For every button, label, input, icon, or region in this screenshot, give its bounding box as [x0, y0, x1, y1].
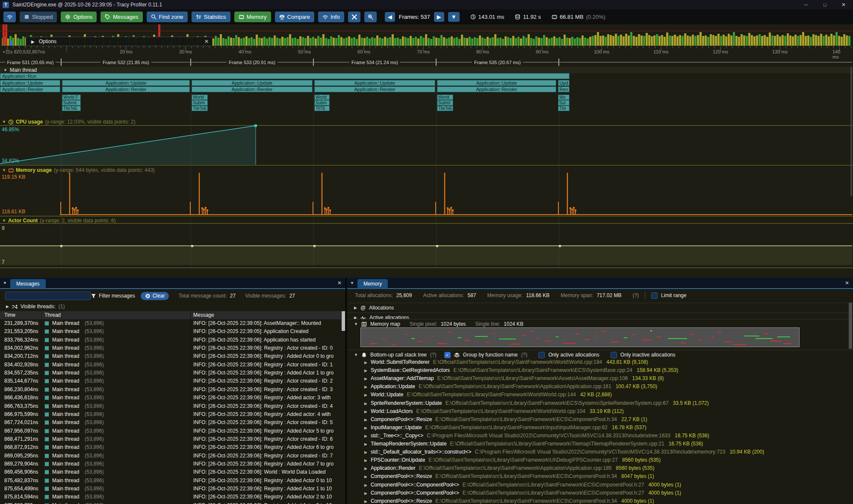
expand-icon[interactable]: ▶ [364, 377, 367, 381]
frame-bar[interactable] [353, 37, 355, 46]
help-mark[interactable]: (?) [430, 352, 437, 358]
zone-tile[interactable]: Tile [558, 106, 570, 111]
frame-bar[interactable] [818, 36, 820, 46]
frame-bar[interactable] [366, 37, 368, 46]
frame-bar[interactable] [599, 36, 602, 46]
frame-bar[interactable] [415, 37, 417, 46]
frame-bar[interactable] [253, 39, 255, 46]
frame-bar[interactable] [761, 36, 763, 46]
frame-bar[interactable] [787, 33, 789, 46]
frame-bar[interactable] [835, 32, 838, 46]
frame-bar[interactable] [625, 34, 627, 46]
frame-bar[interactable] [320, 38, 322, 46]
play-icon[interactable]: ▶ [31, 39, 35, 44]
frame-bar[interactable] [812, 34, 815, 46]
expand-icon[interactable]: ▶ [6, 304, 9, 309]
callstack-entry[interactable]: ▶ComponentPool<>::ComponentPool<>E:\Offi… [364, 482, 848, 490]
frame-bar[interactable] [499, 38, 502, 46]
expand-icon[interactable]: ▶ [364, 385, 367, 389]
clear-button[interactable]: Clear [141, 292, 169, 300]
callstack-entry[interactable]: ▶SpriteRendererSystem::UpdateE:\Official… [364, 400, 848, 408]
expand-icon[interactable]: ▶ [364, 401, 367, 406]
frame-bar[interactable] [517, 37, 519, 46]
callstack-entry[interactable]: ▶std::_Tree<>::_Copy<>C:\Program Files\M… [364, 433, 848, 441]
message-row[interactable]: 835,144,677nsMain thread(53,896)INFO: [2… [0, 377, 341, 385]
frame-bar[interactable] [307, 36, 309, 46]
frame-bar[interactable] [510, 38, 512, 46]
frame-bar[interactable] [638, 34, 640, 46]
frame-bar[interactable] [263, 37, 266, 46]
frame-bar[interactable] [369, 38, 371, 46]
frame-bar[interactable] [425, 34, 427, 46]
frame-bar[interactable] [697, 35, 699, 46]
frame-bar[interactable] [453, 38, 455, 46]
message-row[interactable]: 834,002,962nsMain thread(53,896)INFO: [2… [0, 344, 341, 352]
frame-bar[interactable] [646, 33, 648, 46]
frame-bar[interactable] [317, 36, 319, 46]
frame-bar[interactable] [669, 35, 671, 46]
frame-bar[interactable] [505, 36, 507, 46]
frame-bar[interactable] [497, 38, 499, 46]
frame-bar[interactable] [633, 36, 635, 46]
maximize-icon[interactable]: □ [815, 0, 834, 9]
zone-submit[interactable]: Submit [62, 100, 81, 106]
frame-bar[interactable] [825, 35, 827, 46]
frame-bar[interactable] [543, 35, 545, 46]
frame-bar[interactable] [274, 35, 276, 46]
frame-span[interactable]: Frame 532 (21.85 ms) [61, 59, 191, 66]
frame-bar[interactable] [689, 36, 691, 46]
filter-input[interactable] [5, 292, 91, 300]
zone-tiletee[interactable]: TileTeE [62, 106, 81, 111]
options-popup[interactable]: ▶ Options ✕ [26, 37, 213, 46]
visible-threads-row[interactable]: ▶ Visible threads: (1) [6, 303, 65, 310]
stopped-button[interactable]: Stopped [20, 12, 57, 22]
frame-bar[interactable] [556, 38, 558, 46]
collapse-icon[interactable]: ▼ [3, 281, 7, 285]
expand-icon[interactable]: ▶ [364, 360, 367, 365]
frame-bar[interactable] [304, 38, 307, 46]
frame-bar[interactable] [615, 34, 617, 46]
frame-bar[interactable] [810, 37, 812, 46]
frame-bar[interactable] [220, 34, 222, 46]
frame-bar[interactable] [841, 37, 843, 46]
plot-header-cpu-usage[interactable]: ▼CPU usage(y-range: 12.03%, visible data… [2, 119, 136, 125]
frame-bar[interactable] [325, 38, 327, 46]
zone-world[interactable]: World [314, 94, 330, 100]
frame-bar[interactable] [569, 38, 571, 46]
frame-bar[interactable] [515, 38, 517, 46]
callstack-entry[interactable]: ▶FPSCounter::OnUpdateE:\Official\SaintTe… [364, 457, 848, 465]
memory-button[interactable]: Memory [234, 12, 271, 22]
frame-bar[interactable] [466, 38, 468, 46]
frame-bar[interactable] [764, 35, 766, 46]
frame-span[interactable]: Frame 534 (21.24 ms) [313, 59, 436, 66]
only-inactive-checkbox[interactable] [611, 352, 617, 358]
frame-bar[interactable] [664, 37, 666, 46]
frame-bar[interactable] [371, 37, 373, 46]
message-row[interactable]: 866,436,618nsMain thread(53,896)INFO: [2… [0, 394, 341, 402]
frame-bar[interactable] [394, 38, 396, 46]
timeline-scrollbar[interactable] [850, 67, 852, 196]
message-row[interactable]: 875,654,499nsMain thread(53,896)INFO: [2… [0, 485, 341, 493]
frame-bar[interactable] [387, 38, 389, 46]
frame-bar[interactable] [433, 36, 435, 46]
frame-bar[interactable] [733, 32, 735, 46]
limit-range-checkbox[interactable] [651, 292, 658, 299]
frame-bar[interactable] [694, 36, 697, 46]
frame-bar[interactable] [707, 37, 709, 46]
frame-bar[interactable] [227, 36, 230, 46]
column-message[interactable]: Message [193, 312, 214, 318]
frame-bar[interactable] [658, 36, 661, 46]
frame-bar[interactable] [389, 37, 391, 46]
frame-bar[interactable] [589, 37, 591, 46]
frame-bar[interactable] [476, 38, 478, 46]
frame-bar[interactable] [512, 36, 514, 46]
frame-bar[interactable] [571, 37, 573, 46]
message-row[interactable]: 868,872,912nsMain thread(53,896)INFO: [2… [0, 443, 341, 451]
frame-bar[interactable] [430, 39, 432, 46]
frame-bar[interactable] [322, 34, 325, 46]
zone-application-render[interactable]: Ren [558, 86, 570, 92]
zone-world[interactable]: World [437, 94, 453, 100]
frame-bar[interactable] [294, 38, 296, 46]
frame-bar[interactable] [769, 32, 771, 46]
frame-bar[interactable] [717, 34, 720, 46]
